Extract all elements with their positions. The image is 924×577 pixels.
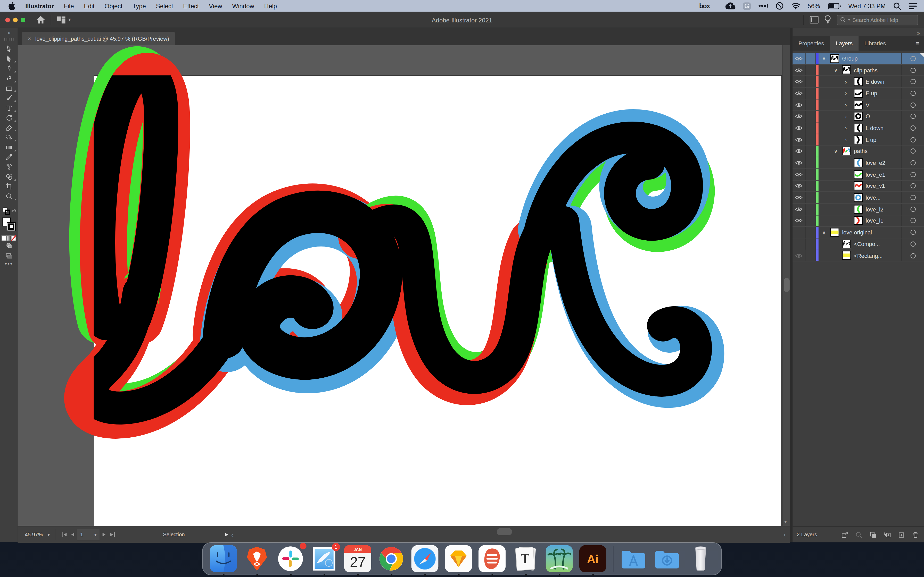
layer-row-love-original[interactable]: ∨love original (793, 227, 924, 239)
status-expand-icon[interactable] (225, 533, 228, 537)
target-circle-icon[interactable] (910, 172, 916, 177)
cloud-upload-icon[interactable] (725, 2, 735, 9)
layer-row-love-l2[interactable]: love_l2 (793, 204, 924, 215)
layer-row-l-up[interactable]: ›L up (793, 134, 924, 146)
layer-row-o[interactable]: ›O (793, 111, 924, 122)
drawing-modes-button[interactable] (0, 241, 18, 251)
chevron-right-icon[interactable]: › (845, 76, 847, 87)
layer-thumbnail[interactable] (830, 54, 839, 63)
puppet-warp-tool[interactable] (0, 162, 18, 172)
layer-name[interactable]: O (866, 111, 870, 122)
panel-menu-icon[interactable]: ≡ (916, 40, 919, 47)
list-menu-icon[interactable] (909, 3, 917, 9)
direct-selection-tool[interactable] (0, 54, 18, 64)
layer-name[interactable]: L up (866, 134, 876, 145)
dock-spark-icon[interactable] (478, 545, 506, 572)
layer-name[interactable]: <Compo... (854, 239, 880, 250)
wifi-icon[interactable] (791, 3, 800, 9)
fill-stroke-control[interactable] (0, 216, 18, 234)
layer-thumbnail[interactable] (842, 251, 851, 260)
layer-thumbnail[interactable] (842, 147, 851, 156)
menu-item-type[interactable]: Type (132, 2, 146, 9)
layer-name[interactable]: clip paths (854, 64, 877, 76)
rotate-tool[interactable] (0, 113, 18, 122)
layer-name[interactable]: love_v1 (866, 181, 885, 192)
menu-item-edit[interactable]: Edit (84, 2, 94, 9)
curvature-tool[interactable] (0, 74, 18, 84)
layer-name[interactable]: L down (866, 122, 884, 134)
dock-chrome-icon[interactable] (378, 545, 405, 572)
document-canvas[interactable] (18, 45, 782, 526)
layer-thumbnail[interactable] (854, 77, 863, 86)
lock-cell[interactable] (805, 204, 816, 215)
eyedropper-tool[interactable] (0, 152, 18, 162)
collect-export-icon[interactable] (841, 531, 849, 538)
visibility-eye-icon[interactable] (793, 239, 805, 250)
gradient-tool[interactable] (0, 142, 18, 152)
layer-name[interactable]: love_e2 (866, 157, 885, 168)
target-circle-icon[interactable] (910, 253, 916, 258)
new-sublayer-icon[interactable] (883, 531, 891, 538)
visibility-eye-icon[interactable] (793, 181, 805, 192)
rectangle-tool[interactable] (0, 84, 18, 93)
visibility-eye-icon[interactable] (793, 192, 805, 203)
dock-folder-applications-icon[interactable] (620, 545, 647, 572)
layer-thumbnail[interactable] (854, 100, 863, 109)
pen-tool[interactable] (0, 64, 18, 74)
lock-cell[interactable] (805, 157, 816, 168)
dock-illustrator-icon[interactable]: Ai (579, 545, 606, 572)
lock-cell[interactable] (805, 100, 816, 111)
lock-cell[interactable] (805, 181, 816, 192)
visibility-eye-icon[interactable] (793, 169, 805, 180)
layer-thumbnail[interactable] (854, 193, 863, 202)
target-circle-icon[interactable] (910, 230, 916, 235)
chevron-right-icon[interactable]: › (845, 88, 847, 99)
visibility-eye-icon[interactable] (793, 64, 805, 76)
layer-row--rectang-[interactable]: <Rectang... (793, 250, 924, 262)
target-circle-icon[interactable] (910, 68, 916, 73)
edit-toolbar-dots-icon[interactable]: ••• (0, 260, 18, 267)
lock-cell[interactable] (805, 169, 816, 180)
target-circle-icon[interactable] (910, 91, 916, 96)
visibility-eye-icon[interactable] (793, 122, 805, 134)
layer-thumbnail[interactable] (854, 170, 863, 179)
zoom-tool[interactable] (0, 192, 18, 201)
layer-thumbnail[interactable] (854, 205, 863, 214)
collapse-tools-icon[interactable]: » (0, 27, 18, 35)
target-circle-icon[interactable] (910, 206, 916, 212)
layer-row-e-down[interactable]: ›E down (793, 76, 924, 88)
visibility-eye-icon[interactable] (793, 146, 805, 157)
horizontal-scrollbar-thumb[interactable] (497, 528, 512, 535)
panel-switch-icon[interactable] (810, 16, 819, 24)
dock-finder-icon[interactable] (210, 545, 237, 572)
window-zoom-button[interactable] (21, 17, 25, 22)
visibility-eye-icon[interactable] (793, 250, 805, 261)
menu-item-effect[interactable]: Effect (183, 2, 199, 9)
target-circle-icon[interactable] (910, 56, 916, 61)
dock-brave-icon[interactable] (243, 545, 270, 572)
chevron-right-icon[interactable]: › (845, 122, 847, 134)
layer-name[interactable]: E down (866, 76, 884, 87)
lock-cell[interactable] (805, 134, 816, 145)
tab-libraries[interactable]: Libraries (858, 36, 892, 50)
lock-cell[interactable] (805, 250, 816, 261)
visibility-eye-icon[interactable] (793, 53, 805, 64)
layer-row-love-e1[interactable]: love_e1 (793, 169, 924, 181)
tab-layers[interactable]: Layers (830, 36, 858, 50)
window-minimize-button[interactable] (13, 17, 18, 22)
previous-artboard-button[interactable] (71, 533, 74, 537)
locate-object-icon[interactable] (855, 531, 863, 538)
layer-row-group[interactable]: ∨Group (793, 53, 924, 64)
dock-textedit-icon[interactable]: T (512, 545, 539, 572)
box-sync-icon[interactable]: box (699, 2, 710, 9)
apple-icon[interactable] (8, 2, 15, 10)
screen-mode-button[interactable] (0, 251, 18, 260)
arrange-documents-icon[interactable] (57, 16, 66, 23)
layer-row-paths[interactable]: ∨paths (793, 146, 924, 157)
menu-item-help[interactable]: Help (264, 2, 277, 9)
chevron-right-icon[interactable]: › (845, 111, 847, 122)
layer-name[interactable]: love... (866, 192, 881, 203)
layer-thumbnail[interactable] (854, 89, 863, 98)
new-layer-icon[interactable] (897, 531, 905, 538)
menu-item-file[interactable]: File (64, 2, 74, 9)
